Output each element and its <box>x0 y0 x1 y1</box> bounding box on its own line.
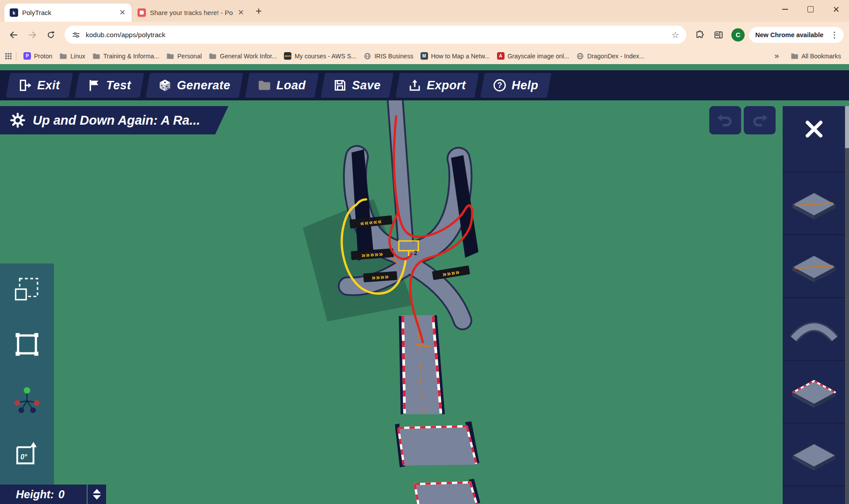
height-value: 0 <box>58 488 65 501</box>
test-button[interactable]: Test <box>75 73 144 98</box>
profile-avatar[interactable]: C <box>731 28 745 42</box>
help-button[interactable]: Help <box>480 73 551 98</box>
bookmark-label: DragonDex - Index... <box>587 53 644 60</box>
bookmark-item[interactable]: IRIS Business <box>360 51 417 61</box>
browser-menu-icon[interactable]: ⋮ <box>828 30 841 40</box>
svg-text:»»»»: »»»» <box>371 273 390 282</box>
forward-button[interactable] <box>24 27 41 43</box>
tab-close-icon[interactable]: ✕ <box>119 8 126 17</box>
piece-tile[interactable] <box>783 234 845 297</box>
scrollbar-thumb[interactable] <box>845 106 849 148</box>
track-title: Up and Down Again: A Ra... <box>33 113 200 128</box>
bookmark-icon <box>363 53 371 60</box>
toolbar-button-label: Export <box>427 79 466 92</box>
bookmark-star-icon[interactable]: ☆ <box>671 30 679 40</box>
extensions-icon[interactable] <box>692 27 708 43</box>
bookmark-label: IRIS Business <box>375 53 413 60</box>
rotate-tool-button[interactable]: 0° <box>11 438 43 471</box>
height-up-button[interactable] <box>93 489 101 493</box>
tab-polytrack[interactable]: k PolyTrack ✕ <box>4 4 132 22</box>
piece-panel <box>783 106 845 504</box>
height-indicator: Height: 0 <box>0 485 87 504</box>
undo-button[interactable] <box>709 106 741 134</box>
tab-title: Share your tracks here! - PolyTr... <box>150 9 233 16</box>
polytrack-favicon: k <box>10 8 18 17</box>
bookmark-label: Personal <box>177 53 202 60</box>
bookmark-item[interactable]: Linux <box>56 51 88 61</box>
load-button[interactable]: Load <box>245 73 318 98</box>
bookmark-label: Training & Informa... <box>103 53 159 60</box>
side-panel-search-icon[interactable] <box>710 27 727 43</box>
generate-button[interactable]: Generate <box>145 73 243 98</box>
bookmark-icon <box>92 53 100 60</box>
bookmark-icon <box>209 53 217 60</box>
apps-grid-icon[interactable] <box>4 52 12 60</box>
toolbar-button-label: Test <box>106 79 131 92</box>
tab-strip: k PolyTrack ✕ Share your tracks here! - … <box>0 0 849 22</box>
gizmo-tool-button[interactable] <box>11 384 43 416</box>
height-down-button[interactable] <box>93 495 101 500</box>
back-button[interactable] <box>5 27 22 43</box>
maximize-button[interactable] <box>798 0 823 19</box>
bookmark-icon <box>166 53 174 60</box>
select-tool-button[interactable] <box>11 273 43 305</box>
toolbar-button-label: Help <box>512 79 539 92</box>
track-segment <box>414 479 480 504</box>
piece-thumbnail <box>787 306 841 351</box>
bookmark-item[interactable]: DragonDex - Index... <box>573 51 648 61</box>
piece-tile[interactable] <box>783 423 845 485</box>
bookmark-favicon: P <box>23 52 31 60</box>
tab-share-tracks[interactable]: Share your tracks here! - PolyTr... ✕ <box>132 4 250 22</box>
bookmark-label: Grayscale image onl... <box>508 53 569 60</box>
bookmark-item[interactable]: aws My courses - AWS S... <box>280 50 360 61</box>
piece-thumbnail <box>787 432 841 477</box>
bookmark-item[interactable]: Training & Informa... <box>89 51 163 61</box>
bookmark-item[interactable]: M How to Map a Netw... <box>417 50 493 61</box>
bookmarks-overflow-icon[interactable]: » <box>771 51 783 61</box>
frame-icon <box>12 330 42 359</box>
update-chrome-label: New Chrome available <box>755 31 823 38</box>
start-finish-straight <box>400 315 444 414</box>
bookmark-item[interactable]: A Grayscale image onl... <box>493 50 573 61</box>
reload-button[interactable] <box>42 27 59 43</box>
address-bar: kodub.com/apps/polytrack ☆ C New Chrome … <box>0 22 849 48</box>
piece-panel-scrollbar[interactable] <box>845 106 849 504</box>
forum-favicon <box>138 8 146 17</box>
toolbar-button-icon <box>333 79 347 92</box>
all-bookmarks-label: All Bookmarks <box>802 53 841 60</box>
close-button[interactable]: ✕ <box>823 0 849 19</box>
export-button[interactable]: Export <box>395 73 478 98</box>
all-bookmarks-button[interactable]: All Bookmarks <box>787 51 845 61</box>
folder-icon <box>791 53 799 60</box>
piece-tile[interactable] <box>783 360 845 423</box>
panel-close-button[interactable] <box>801 116 827 142</box>
bookmark-item[interactable]: General Work Infor... <box>205 51 280 61</box>
gear-icon <box>10 112 26 128</box>
area-tool-button[interactable] <box>11 328 43 361</box>
height-label: Height: <box>16 488 54 501</box>
site-info-icon[interactable] <box>72 31 80 39</box>
minimize-button[interactable] <box>772 0 798 19</box>
toolbar-button-icon <box>19 79 32 92</box>
new-tab-button[interactable]: + <box>256 5 262 17</box>
redo-button[interactable] <box>744 106 776 134</box>
piece-tile[interactable] <box>783 172 845 234</box>
update-chrome-button[interactable]: New Chrome available ⋮ <box>749 27 844 43</box>
piece-tile[interactable] <box>783 297 845 360</box>
save-button[interactable]: Save <box>321 73 394 98</box>
toolbar-button-icon <box>88 79 101 92</box>
bookmark-icon <box>59 53 67 60</box>
bookmark-label: My courses - AWS S... <box>294 53 356 60</box>
omnibox[interactable]: kodub.com/apps/polytrack ☆ <box>65 26 686 44</box>
bookmark-item[interactable]: P Proton <box>20 50 56 61</box>
close-icon <box>804 119 824 139</box>
toolbar-button-label: Exit <box>37 79 60 92</box>
bookmark-item[interactable]: Personal <box>163 51 205 61</box>
cursor-label: 2 <box>414 249 417 256</box>
bookmark-favicon: aws <box>284 52 291 60</box>
piece-tile[interactable] <box>783 485 845 504</box>
toolbar-button-label: Generate <box>177 79 230 92</box>
exit-button[interactable]: Exit <box>6 73 73 98</box>
tab-close-icon[interactable]: ✕ <box>237 8 245 17</box>
bookmarks-bar: P Proton Linux Training & Informa... Per… <box>0 48 849 64</box>
